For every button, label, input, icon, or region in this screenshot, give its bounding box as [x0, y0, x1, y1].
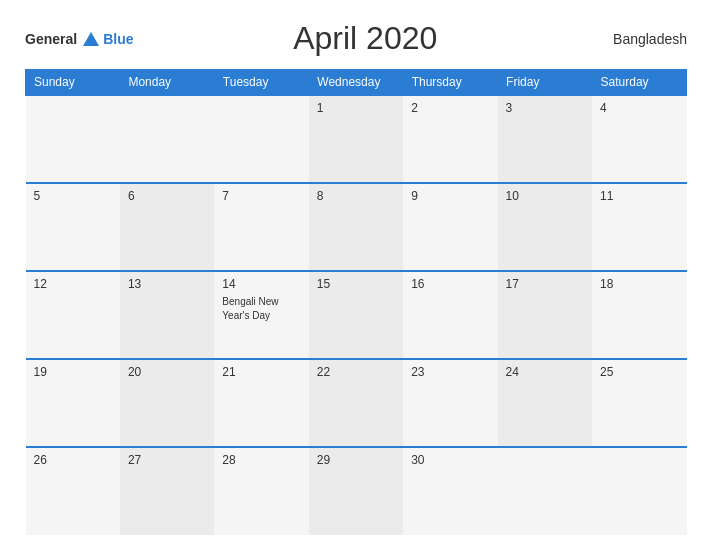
logo-general-text: General	[25, 31, 77, 47]
calendar-day-cell: 27	[120, 447, 214, 535]
month-title: April 2020	[133, 20, 597, 57]
calendar-day-cell: 30	[403, 447, 497, 535]
calendar-day-cell: 13	[120, 271, 214, 359]
calendar-header: General Blue April 2020 Bangladesh	[25, 20, 687, 57]
calendar-day-cell: 20	[120, 359, 214, 447]
day-number: 10	[506, 189, 584, 203]
day-of-week-header: Monday	[120, 70, 214, 96]
calendar-day-cell: 6	[120, 183, 214, 271]
day-number: 17	[506, 277, 584, 291]
day-number: 28	[222, 453, 300, 467]
calendar-day-cell: 7	[214, 183, 308, 271]
day-of-week-header: Thursday	[403, 70, 497, 96]
day-number: 16	[411, 277, 489, 291]
day-of-week-header: Tuesday	[214, 70, 308, 96]
day-number: 27	[128, 453, 206, 467]
day-number: 19	[34, 365, 112, 379]
calendar-day-cell: 18	[592, 271, 686, 359]
logo: General Blue	[25, 31, 133, 47]
day-number: 7	[222, 189, 300, 203]
day-of-week-header: Friday	[498, 70, 592, 96]
day-number: 15	[317, 277, 395, 291]
calendar-day-cell	[120, 95, 214, 183]
holiday-label: Bengali New Year's Day	[222, 296, 278, 321]
calendar-day-cell: 17	[498, 271, 592, 359]
day-number: 6	[128, 189, 206, 203]
day-number: 2	[411, 101, 489, 115]
logo-blue-text: Blue	[103, 31, 133, 47]
calendar-week-row: 567891011	[26, 183, 687, 271]
calendar-day-cell	[26, 95, 120, 183]
calendar-header-row: SundayMondayTuesdayWednesdayThursdayFrid…	[26, 70, 687, 96]
day-number: 5	[34, 189, 112, 203]
day-number: 3	[506, 101, 584, 115]
calendar-day-cell: 22	[309, 359, 403, 447]
calendar-day-cell	[214, 95, 308, 183]
calendar-day-cell: 28	[214, 447, 308, 535]
day-of-week-header: Wednesday	[309, 70, 403, 96]
day-number: 24	[506, 365, 584, 379]
day-number: 21	[222, 365, 300, 379]
calendar-day-cell	[498, 447, 592, 535]
calendar-day-cell: 21	[214, 359, 308, 447]
calendar-day-cell: 10	[498, 183, 592, 271]
calendar-day-cell: 4	[592, 95, 686, 183]
day-number: 18	[600, 277, 678, 291]
calendar-day-cell: 24	[498, 359, 592, 447]
logo-triangle-icon	[83, 32, 99, 46]
calendar-week-row: 19202122232425	[26, 359, 687, 447]
day-number: 12	[34, 277, 112, 291]
country-label: Bangladesh	[597, 31, 687, 47]
day-number: 22	[317, 365, 395, 379]
day-number: 4	[600, 101, 678, 115]
calendar-day-cell: 2	[403, 95, 497, 183]
calendar-day-cell: 9	[403, 183, 497, 271]
calendar-day-cell: 5	[26, 183, 120, 271]
day-of-week-header: Sunday	[26, 70, 120, 96]
calendar-day-cell: 12	[26, 271, 120, 359]
day-number: 30	[411, 453, 489, 467]
day-number: 23	[411, 365, 489, 379]
day-number: 29	[317, 453, 395, 467]
day-number: 20	[128, 365, 206, 379]
calendar-day-cell: 29	[309, 447, 403, 535]
calendar-day-cell: 19	[26, 359, 120, 447]
day-number: 11	[600, 189, 678, 203]
day-of-week-header: Saturday	[592, 70, 686, 96]
calendar-day-cell: 25	[592, 359, 686, 447]
day-number: 13	[128, 277, 206, 291]
calendar-day-cell: 26	[26, 447, 120, 535]
calendar-week-row: 2627282930	[26, 447, 687, 535]
day-number: 26	[34, 453, 112, 467]
calendar-table: SundayMondayTuesdayWednesdayThursdayFrid…	[25, 69, 687, 535]
calendar-day-cell: 11	[592, 183, 686, 271]
calendar-day-cell: 1	[309, 95, 403, 183]
day-number: 14	[222, 277, 300, 291]
calendar-day-cell: 14Bengali New Year's Day	[214, 271, 308, 359]
day-number: 25	[600, 365, 678, 379]
day-number: 1	[317, 101, 395, 115]
calendar-day-cell	[592, 447, 686, 535]
calendar-day-cell: 16	[403, 271, 497, 359]
calendar-day-cell: 8	[309, 183, 403, 271]
calendar-day-cell: 15	[309, 271, 403, 359]
calendar-day-cell: 23	[403, 359, 497, 447]
calendar-week-row: 121314Bengali New Year's Day15161718	[26, 271, 687, 359]
calendar-week-row: 1234	[26, 95, 687, 183]
day-number: 8	[317, 189, 395, 203]
day-number: 9	[411, 189, 489, 203]
calendar-day-cell: 3	[498, 95, 592, 183]
